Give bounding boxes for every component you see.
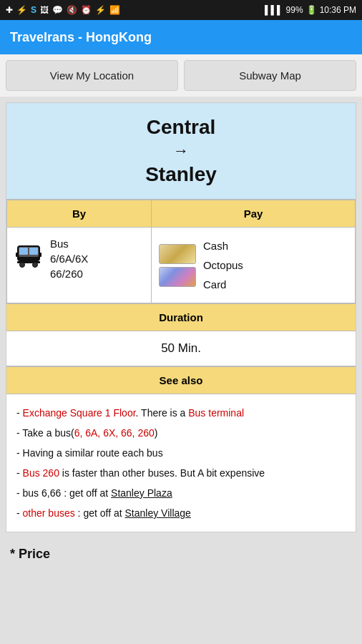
action-buttons-row: View My Location Subway Map: [0, 54, 362, 97]
cash-label: Cash: [203, 240, 228, 252]
transport-table: By Pay: [6, 200, 356, 303]
s-app-icon: S: [31, 5, 36, 15]
octopus-card-icon: [159, 267, 196, 287]
price-section: * Price: [0, 538, 362, 573]
time-display: 10:36 PM: [320, 5, 356, 15]
battery-icon: 🔋: [306, 5, 317, 15]
payment-card-icons: [159, 244, 196, 287]
pay-header: Pay: [151, 200, 355, 228]
alarm-icon: ⏰: [81, 5, 92, 15]
svg-rect-7: [16, 253, 18, 257]
title-bar: Travelrans - HongKong: [0, 20, 362, 54]
bus260-text: Bus 260: [23, 467, 59, 479]
route-from: Central: [21, 116, 341, 139]
other-buses-text: other buses: [23, 507, 75, 519]
status-icons-left: ✚ ⚡ S 🖼 💬 🔇 ⏰ ⚡ 📶: [6, 5, 120, 15]
svg-rect-8: [39, 253, 41, 257]
see-also-line2: - Take a bus(6, 6A, 6X, 66, 260): [16, 423, 346, 443]
price-label: * Price: [10, 547, 50, 561]
table-content-row: Bus6/6A/6X66/260 Cash Octopus Card: [7, 228, 356, 303]
octopus-label: Octopus Card: [203, 259, 243, 291]
signal-icon: ▌▌▌: [265, 5, 283, 15]
table-header-row: By Pay: [7, 200, 356, 228]
lightning-icon: ⚡: [95, 5, 106, 15]
route-arrow: →: [21, 142, 341, 160]
by-cell: Bus6/6A/6X66/260: [7, 228, 152, 303]
see-also-content: - Exchange Square 1 Floor. There is a Bu…: [6, 394, 356, 532]
status-icons-right: ▌▌▌ 99% 🔋 10:36 PM: [265, 5, 356, 15]
see-also-line6: - other buses : get off at Stanley Villa…: [16, 503, 346, 523]
see-also-line3: - Having a similar route each bus: [16, 443, 346, 463]
bus-routes-text: Bus6/6A/6X66/260: [50, 236, 88, 281]
bus-icon: [14, 241, 43, 276]
status-bar: ✚ ⚡ S 🖼 💬 🔇 ⏰ ⚡ 📶 ▌▌▌ 99% 🔋 10:36 PM: [0, 0, 362, 20]
app-title: Travelrans - HongKong: [10, 30, 152, 45]
stanley-village-link[interactable]: Stanley Village: [125, 507, 191, 519]
duration-value: 50 Min.: [6, 331, 356, 366]
usb-icon: ⚡: [16, 5, 27, 15]
svg-rect-3: [29, 248, 38, 255]
see-also-line1: - Exchange Square 1 Floor. There is a Bu…: [16, 403, 346, 423]
pay-labels: Cash Octopus Card: [203, 236, 246, 294]
wifi-icon: 📶: [109, 5, 120, 15]
main-content: Central → Stanley By Pay: [6, 102, 356, 532]
see-also-header: See also: [6, 366, 356, 394]
by-header: By: [7, 200, 152, 228]
route-header: Central → Stanley: [6, 103, 356, 200]
subway-map-button[interactable]: Subway Map: [184, 60, 356, 91]
bus-terminal-text: Bus terminal: [188, 407, 244, 419]
see-also-line4: - Bus 260 is faster than other buses. Bu…: [16, 463, 346, 483]
add-icon: ✚: [6, 5, 13, 15]
svg-point-6: [33, 263, 38, 268]
view-location-button[interactable]: View My Location: [6, 60, 178, 91]
battery-percentage: 99%: [286, 5, 303, 15]
talk-icon: 💬: [52, 5, 63, 15]
bus-numbers-text: 6, 6A, 6X, 66, 260: [74, 427, 155, 439]
see-also-line5: - bus 6,66 : get off at Stanley Plaza: [16, 483, 346, 503]
pay-cell: Cash Octopus Card: [151, 228, 355, 303]
image-icon: 🖼: [40, 5, 49, 15]
svg-rect-2: [19, 248, 28, 255]
stanley-plaza-link[interactable]: Stanley Plaza: [111, 487, 172, 499]
duration-header: Duration: [6, 303, 356, 331]
route-to: Stanley: [21, 163, 341, 186]
mute-icon: 🔇: [67, 5, 77, 15]
exchange-square-link[interactable]: Exchange Square 1 Floor: [23, 407, 136, 419]
svg-point-5: [20, 263, 25, 268]
cash-card-icon: [159, 244, 196, 264]
